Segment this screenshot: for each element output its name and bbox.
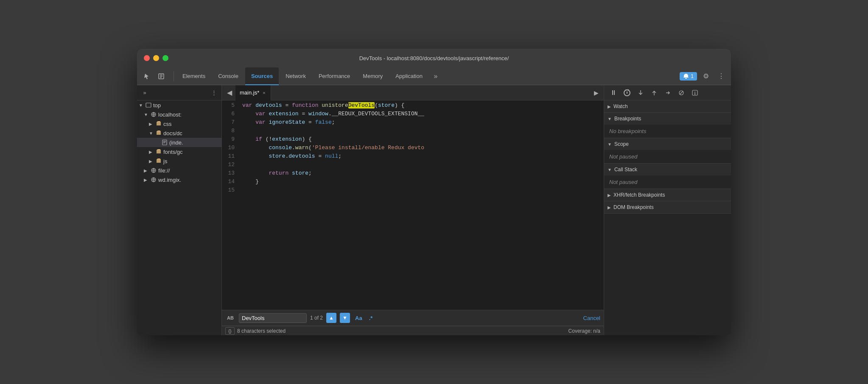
watch-section: ▶ Watch (604, 100, 731, 113)
tree-item-file[interactable]: ▶ file:// (137, 166, 221, 175)
more-tabs-button[interactable]: » (429, 70, 442, 83)
cursor-icon[interactable] (140, 70, 153, 83)
no-breakpoints-text: No breakpoints (609, 128, 646, 134)
search-cancel-button[interactable]: Cancel (583, 315, 600, 321)
code-line-12 (242, 161, 604, 169)
status-bar: {} 8 characters selected Coverage: n/a (222, 326, 604, 335)
expand-sidebar-button[interactable]: » (140, 88, 150, 98)
main-tabs: Elements Console Sources Network Perform… (176, 67, 680, 85)
dom-breakpoints-section: ▶ DOM Breakpoints (604, 201, 731, 214)
tree-item-docs[interactable]: ▼ docs/dc (137, 128, 221, 138)
code-line-5: var devtools = function unistoreDevTools… (242, 101, 604, 110)
inspect-icon[interactable] (155, 70, 168, 83)
breakpoints-body: No breakpoints (604, 125, 731, 138)
main-area: » ⋮ ▼ top ▼ localhost: ▶ css ▼ (137, 85, 731, 335)
step-over-button[interactable] (621, 87, 633, 99)
tab-sources[interactable]: Sources (245, 67, 279, 85)
call-stack-section-header[interactable]: ▼ Call Stack (604, 164, 731, 175)
sidebar-toolbar: » ⋮ (137, 85, 221, 100)
code-editor[interactable]: 5 6 7 8 9 10 11 12 13 14 15 var devtools… (222, 100, 604, 310)
tab-memory[interactable]: Memory (357, 67, 389, 85)
maximize-button[interactable] (162, 55, 168, 61)
xhr-arrow-icon: ▶ (608, 193, 611, 198)
tree-item-fonts[interactable]: ▶ fonts/gc (137, 147, 221, 156)
deactivate-breakpoints-button[interactable] (675, 87, 687, 99)
xhr-section-header[interactable]: ▶ XHR/fetch Breakpoints (604, 189, 731, 201)
settings-button[interactable]: ⚙ (700, 70, 712, 83)
pretty-print-button[interactable]: {} (225, 327, 235, 335)
watch-arrow-icon: ▶ (608, 104, 611, 109)
scope-section: ▼ Scope Not paused (604, 138, 731, 164)
scope-label: Scope (614, 141, 629, 147)
dom-section-header[interactable]: ▶ DOM Breakpoints (604, 201, 731, 213)
call-stack-not-paused-text: Not paused (609, 179, 638, 185)
svg-rect-1 (146, 103, 151, 107)
tab-elements[interactable]: Elements (176, 67, 211, 85)
regex-button[interactable]: .* (367, 314, 375, 322)
editor-tabbar: ◀ main.js* × ▶ (222, 85, 604, 100)
scope-body: Not paused (604, 150, 731, 163)
svg-line-7 (680, 91, 683, 95)
editor-tab-close-button[interactable]: × (262, 90, 266, 96)
step-out-button[interactable] (648, 87, 660, 99)
watch-label: Watch (613, 103, 628, 109)
code-line-14: } (242, 178, 604, 186)
breakpoints-label: Breakpoints (614, 116, 641, 122)
tab-console[interactable]: Console (212, 67, 244, 85)
match-case-button[interactable]: Aa (353, 314, 364, 322)
dom-arrow-icon: ▶ (608, 205, 611, 210)
editor-toolbar-right: ▶ (590, 87, 602, 99)
svg-rect-3 (162, 140, 167, 145)
close-button[interactable] (144, 55, 150, 61)
search-next-button[interactable]: ▼ (340, 313, 350, 323)
code-line-10: console.warn('Please install/enable Redu… (242, 144, 604, 152)
search-input[interactable] (239, 313, 307, 323)
tree-item-css[interactable]: ▶ css (137, 119, 221, 128)
xhr-breakpoints-section: ▶ XHR/fetch Breakpoints (604, 189, 731, 201)
tree-item-js[interactable]: ▶ js (137, 156, 221, 166)
minimize-button[interactable] (153, 55, 159, 61)
pause-button[interactable]: ⏸ (608, 87, 619, 99)
search-ab-icon[interactable]: AB (225, 313, 235, 323)
back-navigation-button[interactable]: ◀ (224, 87, 235, 99)
debugger-toolbar: ⏸ (604, 85, 731, 100)
call-stack-label: Call Stack (614, 167, 637, 173)
coverage-label: Coverage: n/a (568, 328, 600, 334)
editor-tab-label: main.js* (240, 89, 259, 96)
run-snippet-button[interactable]: ▶ (590, 87, 602, 99)
tree-item-index[interactable]: ▶ (inde. (137, 138, 221, 147)
traffic-lights (144, 55, 168, 61)
watch-section-header[interactable]: ▶ Watch (604, 100, 731, 112)
toolbar-separator (174, 71, 174, 81)
breakpoints-section-header[interactable]: ▼ Breakpoints (604, 113, 731, 125)
status-left: {} 8 characters selected (225, 327, 286, 335)
step-button[interactable] (662, 87, 674, 99)
code-line-8 (242, 127, 604, 135)
tree-item-localhost[interactable]: ▼ localhost: (137, 110, 221, 119)
tree-item-top[interactable]: ▼ top (137, 100, 221, 110)
toolbar-right: 1 ⚙ ⋮ (680, 70, 728, 83)
code-line-6: var extension = window.__REDUX_DEVTOOLS_… (242, 110, 604, 118)
notification-button[interactable]: 1 (680, 72, 697, 81)
tab-application[interactable]: Application (389, 67, 428, 85)
editor-tab-mainjs[interactable]: main.js* × (235, 85, 271, 100)
breakpoints-arrow-icon: ▼ (608, 117, 612, 121)
call-stack-arrow-icon: ▼ (608, 167, 612, 172)
breakpoints-section: ▼ Breakpoints No breakpoints (604, 113, 731, 138)
search-prev-button[interactable]: ▲ (326, 313, 336, 323)
tab-network[interactable]: Network (280, 67, 312, 85)
tree-item-wd[interactable]: ▶ wd.imgix. (137, 175, 221, 184)
svg-point-10 (694, 94, 695, 95)
more-options-button[interactable]: ⋮ (715, 70, 728, 83)
tab-performance[interactable]: Performance (313, 67, 356, 85)
call-stack-body: Not paused (604, 175, 731, 189)
sidebar-menu-button[interactable]: ⋮ (209, 88, 219, 98)
pause-on-exceptions-button[interactable] (689, 87, 701, 99)
editor-area: ◀ main.js* × ▶ 5 6 7 8 9 (222, 85, 604, 335)
scope-section-header[interactable]: ▼ Scope (604, 138, 731, 150)
scope-not-paused-text: Not paused (609, 153, 638, 160)
dom-label: DOM Breakpoints (613, 204, 654, 210)
step-into-button[interactable] (635, 87, 647, 99)
file-tree-sidebar: » ⋮ ▼ top ▼ localhost: ▶ css ▼ (137, 85, 222, 335)
call-stack-section: ▼ Call Stack Not paused (604, 164, 731, 189)
